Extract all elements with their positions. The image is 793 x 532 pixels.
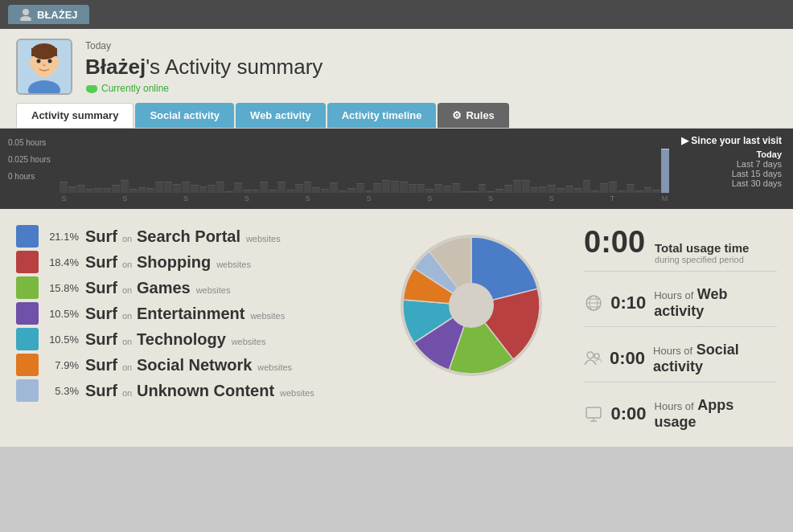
svg-point-10	[55, 59, 60, 67]
svg-point-23	[594, 354, 599, 358]
top-bar-tab[interactable]: BŁAŻEJ	[8, 5, 89, 24]
surf-label: Surf	[85, 279, 117, 297]
chart-since-panel: ▶ Since your last visit Today Last 7 day…	[681, 135, 782, 188]
legend-percent: 15.8%	[45, 282, 79, 294]
divider-1	[584, 271, 777, 272]
globe-icon	[584, 293, 602, 313]
since-15days[interactable]: Last 15 days	[681, 169, 782, 178]
legend-percent: 7.9%	[45, 359, 79, 371]
websites-label: websites	[257, 362, 292, 372]
pie-chart	[391, 225, 552, 386]
tab-activity-summary[interactable]: Activity summary	[16, 103, 134, 128]
websites-label: websites	[250, 311, 285, 321]
since-7days[interactable]: Last 7 days	[681, 159, 782, 169]
websites-label: websites	[216, 260, 251, 269]
nav-tabs: Activity summary Social activity Web act…	[16, 103, 777, 128]
svg-rect-24	[586, 407, 601, 418]
header-info: Today Błażej's Activity summary Currentl…	[85, 40, 323, 94]
divider-3	[584, 382, 777, 383]
legend-percent: 18.4%	[45, 256, 79, 268]
svg-point-22	[587, 352, 594, 358]
legend-text: Surf on Shopping websites	[85, 253, 251, 272]
tab-rules[interactable]: Rules	[438, 103, 508, 128]
legend-item: 21.1% Surf on Search Portal websites	[16, 225, 375, 248]
on-label: on	[122, 260, 132, 269]
legend-text: Surf on Search Portal websites	[85, 227, 281, 246]
y-label-2: 0.025 hours	[8, 155, 51, 164]
legend-color	[16, 354, 39, 376]
legend-text: Surf on Entertainment websites	[85, 305, 285, 323]
apps-usage-stat: 0:00 Hours of Apps usage	[584, 397, 777, 431]
monitor-icon	[584, 404, 603, 424]
category-label: Games	[137, 279, 191, 297]
surf-label: Surf	[85, 227, 117, 245]
stats-panel: 0:00 Total usage time during specified p…	[568, 225, 777, 431]
category-label: Shopping	[137, 253, 211, 271]
avatar-image	[18, 40, 71, 93]
cloud-icon	[85, 84, 98, 93]
main-content: 21.1% Surf on Search Portal websites 18.…	[0, 209, 793, 447]
tab-activity-timeline[interactable]: Activity timeline	[327, 103, 437, 128]
divider-2	[584, 326, 777, 327]
top-bar: BŁAŻEJ	[0, 0, 793, 29]
avatar	[16, 39, 72, 95]
since-30days[interactable]: Last 30 days	[681, 178, 782, 188]
legend-color	[16, 302, 39, 325]
svg-point-7	[48, 59, 52, 63]
legend-item: 10.5% Surf on Entertainment websites	[16, 302, 375, 325]
svg-point-6	[37, 59, 41, 63]
legend-percent: 10.5%	[45, 308, 79, 320]
social-time: 0:00	[610, 348, 645, 369]
on-label: on	[122, 388, 132, 398]
today-label: Today	[85, 40, 323, 51]
category-label: Unknown Content	[137, 382, 274, 399]
category-label: Technology	[137, 330, 226, 348]
surf-label: Surf	[85, 382, 117, 399]
total-time: 0:00	[584, 225, 645, 260]
legend-color	[16, 276, 39, 299]
total-sublabel: during specified period	[655, 255, 749, 264]
chart-y-labels: 0.05 hours 0.025 hours 0 hours	[8, 138, 51, 181]
category-label: Search Portal	[137, 227, 240, 245]
web-label: Hours of	[654, 289, 693, 301]
people-icon	[584, 349, 602, 368]
svg-point-16	[449, 283, 494, 328]
pie-svg	[395, 229, 548, 382]
y-label-1: 0.05 hours	[8, 138, 51, 147]
surf-label: Surf	[85, 330, 117, 348]
legend-color	[16, 379, 39, 402]
svg-point-1	[20, 16, 31, 21]
on-label: on	[122, 337, 132, 346]
legend-percent: 21.1%	[45, 231, 79, 243]
social-activity-stat: 0:00 Hours of Social activity	[584, 342, 777, 375]
chart-bars	[60, 137, 669, 193]
tab-social-activity[interactable]: Social activity	[135, 103, 234, 128]
websites-label: websites	[280, 388, 314, 398]
tab-web-activity[interactable]: Web activity	[236, 103, 326, 128]
on-label: on	[122, 234, 132, 243]
legend-color	[16, 251, 39, 273]
since-title: ▶ Since your last visit	[681, 135, 782, 146]
legend-item: 7.9% Surf on Social Network websites	[16, 354, 375, 376]
legend-color	[16, 328, 39, 350]
on-label: on	[122, 362, 132, 372]
legend-text: Surf on Social Network websites	[85, 356, 292, 374]
legend-percent: 5.3%	[45, 385, 79, 397]
since-today[interactable]: Today	[681, 149, 782, 159]
apps-label: Hours of	[655, 400, 694, 412]
legend-item: 5.3% Surf on Unknown Content websites	[16, 379, 375, 402]
chart-area: 0.05 hours 0.025 hours 0 hours SSSSSSSSS…	[0, 129, 793, 209]
category-label: Social Network	[137, 356, 252, 374]
svg-rect-5	[31, 48, 57, 56]
svg-point-8	[43, 64, 46, 67]
online-badge: Currently online	[85, 83, 323, 94]
title-suffix: 's Activity summary	[146, 55, 323, 79]
svg-point-0	[23, 9, 29, 15]
gear-icon	[452, 109, 462, 121]
legend-percent: 10.5%	[45, 334, 79, 346]
legend-text: Surf on Unknown Content websites	[85, 382, 314, 400]
legend-item: 15.8% Surf on Games websites	[16, 276, 375, 299]
legend-item: 18.4% Surf on Shopping websites	[16, 251, 375, 273]
x-axis-labels: SSSSSSSSSTM	[60, 194, 669, 203]
social-label: Hours of	[653, 345, 692, 357]
